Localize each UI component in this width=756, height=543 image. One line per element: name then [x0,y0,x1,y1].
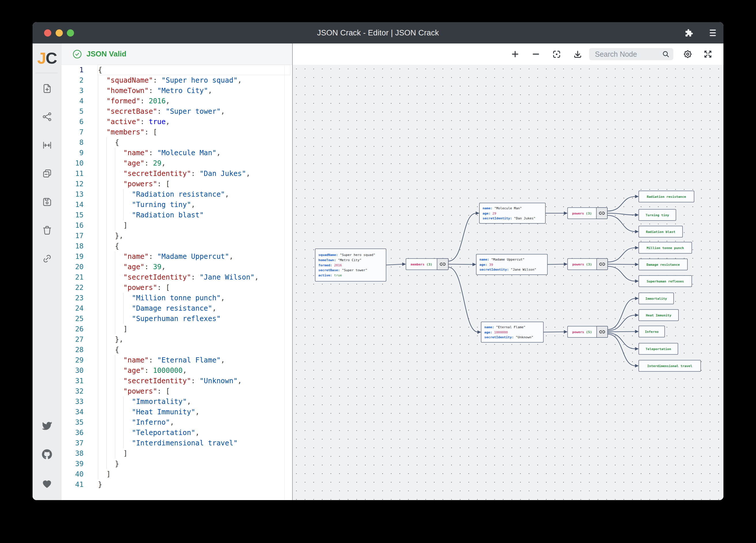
focus-icon [552,49,561,59]
code-editor[interactable]: 1{2 "squadName": "Super hero squad",3 "h… [61,65,292,500]
graph-node-power-leaf-9[interactable]: Inferno [639,326,665,337]
code-line-26[interactable]: 26 ] [61,324,292,334]
code-line-21[interactable]: 21 "secretIdentity": "Jane Wilson", [61,272,292,282]
sidebar-new-file-button[interactable] [40,82,54,95]
code-line-1[interactable]: 1{ [61,65,292,75]
code-line-41[interactable]: 41} [61,479,292,490]
code-line-31[interactable]: 31 "secretIdentity": "Unknown", [61,376,292,386]
download-button[interactable] [573,50,582,59]
code-line-20[interactable]: 20 "age": 39, [61,262,292,272]
code-line-30[interactable]: 30 "age": 1000000, [61,365,292,376]
search-node-input[interactable] [589,50,662,58]
fullscreen-button[interactable] [703,50,712,59]
graph-edge [543,332,564,332]
graph-node-power-leaf-7[interactable]: Immortality [639,293,674,304]
sidebar-graph-view-button[interactable] [40,110,54,124]
code-line-32[interactable]: 32 "powers": [ [61,386,292,396]
code-line-33[interactable]: 33 "Immortality", [61,396,292,407]
zoom-out-button[interactable] [531,50,540,59]
graph-edge [448,264,473,265]
code-line-24[interactable]: 24 "Damage resistance", [61,303,292,313]
code-line-37[interactable]: 37 "Interdimensional travel" [61,438,292,448]
extension-puzzle-icon[interactable] [684,22,694,44]
graph-edge-arrow [564,212,568,215]
code-line-28[interactable]: 28 { [61,345,292,355]
code-line-29[interactable]: 29 "name": "Eternal Flame", [61,355,292,365]
line-number: 12 [61,179,84,189]
code-line-11[interactable]: 11 "secretIdentity": "Dan Jukes", [61,169,292,179]
code-line-8[interactable]: 8 { [61,137,292,148]
settings-button[interactable] [683,50,692,59]
sidebar-twitter-button[interactable] [40,419,54,433]
code-line-2[interactable]: 2 "squadName": "Super hero squad", [61,75,292,86]
code-line-36[interactable]: 36 "Teleportation", [61,427,292,438]
graph-node-power-leaf-10[interactable]: Teleportation [639,343,678,354]
graph-node-power-leaf-4[interactable]: Million tonne punch [639,242,692,254]
line-number: 34 [61,407,84,417]
sidebar-fold-width-button[interactable] [40,138,54,152]
code-line-9[interactable]: 9 "name": "Molecule Man", [61,148,292,158]
graph-node-power-leaf-3[interactable]: Radiation blast [639,226,683,237]
focus-button[interactable] [552,50,561,59]
graph-canvas[interactable]: squadName: "Super hero squad"homeTown: "… [293,65,723,500]
code-line-6[interactable]: 6 "active": true, [61,117,292,127]
code-line-23[interactable]: 23 "Million tonne punch", [61,293,292,303]
code-line-14[interactable]: 14 "Turning tiny", [61,200,292,210]
code-line-34[interactable]: 34 "Heat Immunity", [61,407,292,417]
zoom-in-button[interactable] [511,50,520,59]
code-line-5[interactable]: 5 "secretBase": "Super tower", [61,106,292,117]
graph-node-power-leaf-5[interactable]: Damage resistance [639,259,687,270]
code-line-16[interactable]: 16 ] [61,220,292,231]
code-line-39[interactable]: 39 } [61,459,292,469]
graph-node-member-2[interactable]: name: "Madame Uppercut"age: 39secretIden… [476,254,547,275]
line-number: 3 [61,86,84,96]
graph-node-power-leaf-11[interactable]: Interdimensional travel [639,360,701,371]
graph-node-root[interactable]: squadName: "Super hero squad"homeTown: "… [315,249,386,281]
line-number: 29 [61,355,84,365]
graph-node-power-leaf-1[interactable]: Radiation resistance [639,191,694,202]
svg-text:name: "Molecule Man": name: "Molecule Man" [483,206,522,210]
graph-node-power-leaf-8[interactable]: Heat Immunity [639,309,678,321]
share-link-icon [42,254,52,264]
code-line-17[interactable]: 17 }, [61,231,292,241]
line-text: "Turning tiny", [98,200,195,210]
code-line-25[interactable]: 25 "Superhuman reflexes" [61,313,292,324]
code-line-35[interactable]: 35 "Inferno", [61,417,292,427]
graph-edge-arrow [635,246,639,250]
code-line-10[interactable]: 10 "age": 29, [61,158,292,169]
code-line-3[interactable]: 3 "homeTown": "Metro City", [61,86,292,96]
current-line-highlight [97,65,290,75]
code-line-40[interactable]: 40 ] [61,469,292,479]
sidebar-heart-button[interactable] [40,477,54,491]
code-line-27[interactable]: 27 }, [61,334,292,345]
graph-edge-arrow [477,330,481,334]
graph-node-member-1[interactable]: name: "Molecule Man"age: 29secretIdentit… [479,203,545,224]
code-line-13[interactable]: 13 "Radiation resistance", [61,189,292,200]
graph-node-powers-2[interactable]: powers (3) [568,259,608,270]
code-line-18[interactable]: 18 { [61,241,292,252]
sidebar-collapse-nodes-button[interactable] [40,167,54,180]
graph-node-member-3[interactable]: name: "Eternal Flame"age: 1000000secretI… [481,322,543,342]
line-number: 36 [61,427,84,438]
graph-node-powers-3[interactable]: powers (5) [568,326,608,337]
code-line-15[interactable]: 15 "Radiation blast" [61,210,292,220]
graph-node-powers-1[interactable]: powers (3) [568,208,607,219]
graph-edge-arrow [635,364,639,368]
sidebar-github-button[interactable] [40,447,54,461]
code-line-22[interactable]: 22 "powers": [ [61,282,292,293]
json-editor-panel: JSON Valid 1{2 "squadName": "Super hero … [61,44,292,500]
sidebar-delete-button[interactable] [40,223,54,237]
menu-hamburger-icon[interactable] [709,22,716,44]
graph-node-members[interactable]: members (3) [406,259,448,270]
code-line-7[interactable]: 7 "members": [ [61,127,292,137]
code-line-4[interactable]: 4 "formed": 2016, [61,96,292,106]
jsoncrack-logo[interactable]: JC [33,49,61,67]
sidebar-save-button[interactable] [40,195,54,209]
sidebar-share-link-button[interactable] [40,252,54,266]
code-line-38[interactable]: 38 ] [61,448,292,459]
search-icon[interactable] [662,50,670,58]
graph-node-power-leaf-6[interactable]: Superhuman reflexes [639,275,692,287]
code-line-19[interactable]: 19 "name": "Madame Uppercut", [61,252,292,262]
code-line-12[interactable]: 12 "powers": [ [61,179,292,189]
graph-node-power-leaf-2[interactable]: Turning tiny [639,209,676,221]
